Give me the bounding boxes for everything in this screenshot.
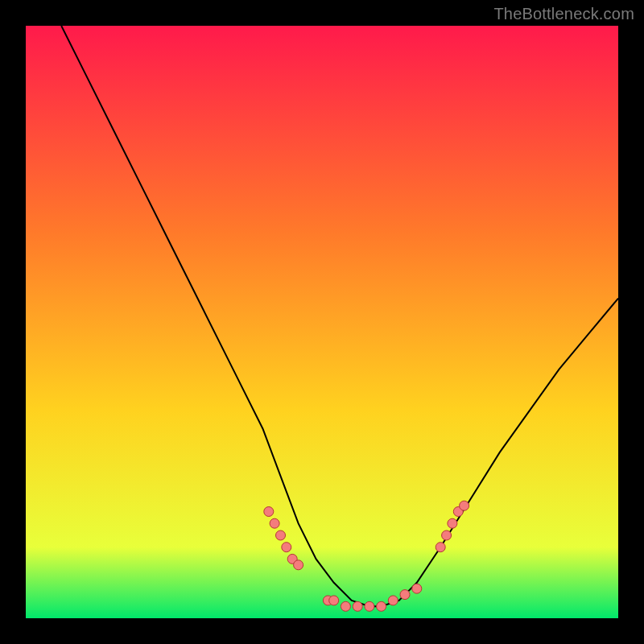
- data-point: [436, 543, 445, 552]
- gradient-background: [26, 26, 618, 618]
- bottleneck-chart: [26, 26, 618, 618]
- data-point: [448, 518, 457, 528]
- data-point: [341, 601, 350, 611]
- data-point: [294, 560, 303, 570]
- chart-frame: [26, 26, 618, 618]
- data-point: [353, 601, 362, 611]
- data-point: [276, 530, 286, 540]
- data-point: [412, 584, 422, 593]
- data-point: [400, 590, 410, 600]
- watermark-text: TheBottleneck.com: [493, 5, 634, 23]
- data-point: [460, 501, 469, 510]
- data-point: [365, 601, 374, 611]
- data-point: [270, 518, 279, 528]
- data-point: [264, 507, 274, 517]
- data-point: [377, 601, 386, 611]
- data-point: [388, 596, 398, 605]
- data-point: [282, 543, 291, 552]
- data-point: [329, 596, 339, 605]
- data-point: [442, 530, 452, 540]
